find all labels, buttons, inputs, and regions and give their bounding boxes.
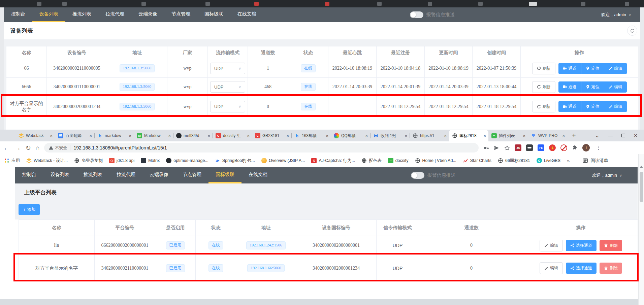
nav-item-device-list[interactable]: 设备列表 [32, 7, 65, 22]
close-icon[interactable]: × [365, 133, 368, 138]
refresh-device-button[interactable]: 刷新 [532, 101, 555, 112]
page-refresh-button[interactable] [627, 26, 637, 36]
edit-button[interactable]: 编辑 [604, 101, 627, 112]
nav-item-online-docs[interactable]: 在线文档 [242, 167, 275, 183]
browser-tab[interactable]: QQ邮箱× [331, 130, 370, 141]
tab-search-chevron-icon[interactable]: ⌄ [595, 133, 599, 138]
reload-button[interactable]: ↻ [26, 145, 31, 151]
close-icon[interactable]: × [129, 133, 131, 138]
forward-button[interactable]: → [14, 145, 21, 151]
nav-item-cloud-record[interactable]: 云端录像 [142, 167, 175, 183]
bookmark[interactable]: Home | Vben Ad... [415, 158, 456, 163]
send-icon[interactable] [494, 145, 500, 151]
bookmark-apps[interactable]: 应用 [4, 158, 20, 164]
edit-button[interactable]: 编辑 [604, 63, 627, 74]
password-key-icon[interactable] [483, 145, 489, 151]
select-channels-button[interactable]: 选择通道 [566, 263, 597, 274]
transport-select[interactable]: UDP∨ [210, 101, 245, 112]
close-icon[interactable]: × [405, 133, 407, 138]
address-link[interactable]: 192.168.1.242:1506 [246, 241, 285, 249]
nav-item-device-list[interactable]: 设备列表 [43, 167, 76, 183]
browser-tab[interactable]: bmarkdow× [94, 130, 134, 141]
browser-tab[interactable]: meff34/d× [173, 130, 213, 141]
nav-item-node-manage[interactable]: 节点管理 [164, 7, 197, 22]
nav-item-pull-proxy[interactable]: 拉流代理 [109, 167, 142, 183]
edit-button[interactable]: 编辑 [604, 81, 627, 93]
browser-tab[interactable]: b163邮箱× [291, 130, 331, 141]
home-button[interactable]: ⌂ [36, 145, 39, 151]
nav-item-console[interactable]: 控制台 [4, 7, 32, 22]
security-indicator[interactable]: 不安全 [49, 145, 67, 151]
locate-button[interactable]: 定位 [581, 101, 604, 112]
url-text[interactable]: 192.168.1.3:18080/#/parentPlatformList/1… [73, 145, 167, 150]
locate-button[interactable]: 定位 [581, 63, 604, 74]
browser-tab[interactable]: 译百度翻译× [55, 130, 94, 141]
maximize-button[interactable] [621, 134, 625, 137]
reading-list-button[interactable]: 阅读清单 [583, 158, 608, 164]
address-link[interactable]: 192.168.1.3:5060 [120, 103, 155, 110]
close-icon[interactable]: × [50, 133, 53, 138]
back-button[interactable]: ← [3, 145, 10, 151]
close-icon[interactable]: × [89, 133, 92, 138]
user-menu[interactable]: 欢迎，admin ∨ [592, 172, 638, 178]
close-icon[interactable]: × [286, 133, 289, 138]
browser-tab[interactable]: ··插件列表× [488, 130, 528, 141]
bookmark[interactable]: Overview (JSIP A... [261, 158, 305, 163]
bookmark[interactable]: optimus-manage... [166, 158, 208, 163]
blocker-extension-icon[interactable] [560, 144, 567, 151]
close-icon[interactable]: × [207, 133, 210, 138]
browser-tab[interactable]: ⋈收到 1封× [370, 130, 410, 141]
browser-tab[interactable]: Cdocsify 生× [213, 130, 252, 141]
close-icon[interactable]: × [247, 133, 250, 138]
close-icon[interactable]: × [523, 133, 525, 138]
nav-item-online-docs[interactable]: 在线文档 [230, 7, 263, 22]
bookmark[interactable]: ≫SpringBoot打包... [215, 158, 255, 164]
delete-platform-button[interactable]: 删除 [600, 240, 622, 251]
add-platform-button[interactable]: +添加 [19, 204, 40, 215]
nav-item-gb-cascade[interactable]: 国标级联 [208, 167, 242, 183]
bookmark[interactable]: 66国标28181 [498, 158, 530, 164]
fe-extension-icon[interactable]: FE [538, 144, 544, 151]
bookmark[interactable]: GAJ-Captcha: 行为... [311, 158, 355, 164]
close-icon[interactable]: × [562, 133, 565, 138]
browser-tab[interactable]: https://1× [410, 130, 449, 141]
select-channels-button[interactable]: 选择通道 [566, 240, 597, 251]
browser-menu-icon[interactable]: ⋮ [594, 145, 602, 151]
bookmark[interactable]: 免登录复制 [74, 158, 103, 164]
transport-select[interactable]: UDP∨ [210, 63, 245, 74]
refresh-device-button[interactable]: 刷新 [532, 63, 555, 74]
close-icon[interactable]: × [168, 133, 171, 138]
js-extension-icon[interactable]: JS [515, 144, 521, 151]
scroll-up-arrow-icon[interactable] [640, 166, 643, 168]
bookmark[interactable]: 配色表 [361, 158, 382, 164]
channels-button[interactable]: 通道 [558, 101, 581, 112]
nav-item-push-list[interactable]: 推流列表 [76, 167, 109, 183]
bookmarks-overflow-icon[interactable]: » [567, 158, 570, 164]
alarm-push-switch[interactable] [411, 172, 424, 179]
browser-tab[interactable]: CGB28181× [252, 130, 291, 141]
nav-item-node-manage[interactable]: 节点管理 [175, 167, 208, 183]
address-link[interactable]: 192.168.1.3:5060 [120, 83, 155, 91]
nav-item-pull-proxy[interactable]: 拉流代理 [98, 7, 131, 22]
bookmark[interactable]: QLiveGBS [537, 158, 560, 163]
transport-select[interactable]: UDP∨ [210, 81, 245, 93]
address-link[interactable]: 192.168.1.66:5060 [247, 264, 284, 272]
bookmark[interactable]: Webstack - 设计... [26, 158, 68, 164]
address-bar[interactable]: 不安全 192.168.1.3:18080/#/parentPlatformLi… [44, 143, 479, 152]
browser-tab[interactable]: ΨWVP-PRO× [528, 130, 567, 141]
user-menu[interactable]: 欢迎，admin ∨ [601, 12, 640, 18]
edit-platform-button[interactable]: 编辑 [540, 240, 563, 251]
nav-item-gb-cascade[interactable]: 国标级联 [197, 7, 230, 22]
channels-button[interactable]: 通道 [558, 63, 581, 74]
alarm-push-switch[interactable] [410, 11, 423, 18]
bookmark-star-icon[interactable] [504, 145, 510, 151]
bookmark[interactable]: jdk1.8 api [109, 158, 135, 163]
adblock-hand-extension-icon[interactable]: ✋ [549, 144, 556, 151]
browser-tab-active[interactable]: 国标2818× [449, 130, 488, 141]
minimize-button[interactable]: — [608, 133, 613, 138]
channels-button[interactable]: 通道 [558, 81, 581, 93]
profile-avatar[interactable]: I [582, 144, 590, 151]
refresh-device-button[interactable]: 刷新 [532, 81, 555, 93]
new-tab-button[interactable]: + [567, 132, 581, 139]
edit-platform-button[interactable]: 编辑 [540, 262, 563, 274]
